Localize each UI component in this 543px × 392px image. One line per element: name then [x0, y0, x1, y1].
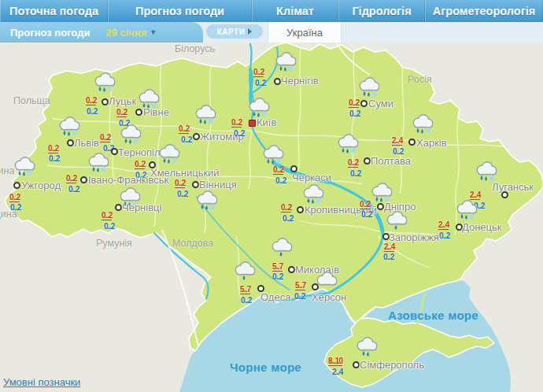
- day-temp: 5..7: [295, 281, 305, 290]
- night-temp: 0..2: [383, 253, 393, 261]
- city-marker[interactable]: [111, 148, 118, 155]
- city-marker[interactable]: [249, 120, 256, 127]
- nav-tab-forecast[interactable]: Прогноз погоди: [108, 0, 252, 22]
- nav-tab-climate[interactable]: Клімат: [252, 0, 338, 22]
- weather-icon-rain-1: [270, 236, 294, 261]
- forecast-section-tab: Прогноз погоди 29 січня ▼: [0, 22, 203, 43]
- night-temp: 0..2: [119, 119, 129, 128]
- night-temp: 0..2: [349, 109, 360, 118]
- city-marker[interactable]: [67, 139, 74, 146]
- day-temp: 0..2: [86, 96, 96, 105]
- day-temp: 0..2: [135, 160, 145, 169]
- day-temp: 0..2: [66, 174, 76, 183]
- city-label[interactable]: Івано-Франківськ: [88, 174, 168, 186]
- country-label: Словаччина: [0, 165, 14, 176]
- city-marker[interactable]: [274, 78, 281, 85]
- legend-link[interactable]: Умовні позначки: [3, 376, 80, 388]
- night-temp: 0..2: [272, 272, 283, 281]
- day-temp: 0..2: [281, 203, 291, 213]
- city-marker[interactable]: [193, 133, 200, 140]
- city-label[interactable]: Дніпро: [384, 201, 416, 213]
- sub-navigation: Прогноз погоди 29 січня ▼ КАРТИ Україна: [0, 22, 543, 43]
- city-marker[interactable]: [377, 203, 384, 210]
- maps-button[interactable]: КАРТИ: [206, 24, 263, 39]
- city-label[interactable]: Сімферополь: [360, 359, 424, 371]
- day-temp: 0..2: [273, 165, 283, 175]
- night-temp: 0..2: [234, 129, 244, 138]
- day-temp: 0..2: [179, 124, 189, 134]
- weather-icon-rain-2: [355, 335, 379, 361]
- night-temp: 0..2: [474, 202, 484, 210]
- day-temp: 2..4: [438, 220, 449, 230]
- night-temp: 0..2: [361, 210, 371, 219]
- day-temp: 0..2: [231, 118, 242, 128]
- country-label: Білорусь: [175, 43, 215, 54]
- chevron-down-icon[interactable]: ▼: [150, 28, 157, 36]
- weather-icon-rain-1: [233, 260, 257, 285]
- night-temp: 2..4: [332, 368, 342, 376]
- nav-tab-agrometeorology[interactable]: Агрометеорологія: [425, 0, 543, 22]
- city-marker[interactable]: [192, 181, 199, 188]
- city-label[interactable]: Миколаїв: [295, 264, 339, 276]
- day-temp: 5..7: [272, 262, 283, 272]
- weather-icon-rain-snow: [336, 132, 360, 157]
- city-label[interactable]: Харків: [416, 137, 447, 149]
- city-label[interactable]: Чернівці: [122, 202, 161, 213]
- weather-icon-rain-snow: [13, 155, 37, 180]
- city-label[interactable]: Рівне: [143, 106, 169, 118]
- city-label[interactable]: Донецьк: [462, 221, 502, 233]
- city-marker[interactable]: [364, 157, 371, 165]
- night-temp: 0..2: [68, 185, 79, 194]
- city-marker[interactable]: [312, 283, 319, 290]
- night-temp: 0..2: [181, 135, 191, 144]
- maps-button-label: КАРТИ: [217, 28, 246, 36]
- weather-icon-rain-snow: [93, 71, 117, 96]
- day-temp: 0..2: [100, 133, 110, 142]
- day-temp: 0..2: [253, 68, 264, 77]
- date-selector[interactable]: 29 січня: [105, 27, 146, 39]
- day-temp: 0..2: [348, 158, 358, 168]
- country-label: Росія: [408, 74, 432, 85]
- city-label[interactable]: Запоріжжя: [389, 231, 439, 243]
- country-label: Румунія: [96, 238, 132, 249]
- night-temp: 0..2: [393, 147, 403, 156]
- city-label[interactable]: Луцьк: [109, 95, 136, 107]
- day-temp: 0..2: [349, 98, 359, 108]
- city-label[interactable]: Луганськ: [492, 181, 534, 193]
- city-marker[interactable]: [80, 176, 87, 183]
- city-marker[interactable]: [288, 266, 295, 273]
- night-temp: 0..2: [283, 214, 293, 223]
- city-label[interactable]: Херсон: [312, 291, 346, 303]
- city-marker[interactable]: [102, 98, 109, 105]
- city-marker[interactable]: [13, 182, 20, 189]
- city-marker[interactable]: [297, 206, 304, 213]
- city-label[interactable]: Полтава: [371, 155, 411, 167]
- day-temp: 0..2: [9, 193, 20, 202]
- city-marker[interactable]: [115, 204, 122, 211]
- city-label[interactable]: Київ: [257, 116, 276, 128]
- day-temp: 0..2: [360, 200, 370, 209]
- city-marker[interactable]: [135, 109, 142, 116]
- nav-tab-current-weather[interactable]: Поточна погода: [0, 0, 108, 22]
- city-label[interactable]: Суми: [368, 98, 393, 109]
- city-label[interactable]: Львів: [74, 137, 99, 149]
- city-marker[interactable]: [353, 361, 360, 368]
- city-label[interactable]: Вінниця: [199, 179, 237, 190]
- city-label[interactable]: Одеса: [260, 291, 290, 303]
- arrow-right-icon: [248, 28, 252, 35]
- city-label[interactable]: Тернопіль: [118, 146, 165, 158]
- country-label: Молдова: [172, 238, 213, 249]
- nav-tab-hydrology[interactable]: Гідрологія: [338, 0, 425, 22]
- day-temp: 0..2: [48, 144, 58, 153]
- city-label[interactable]: Черкаси: [292, 172, 331, 183]
- city-marker[interactable]: [360, 100, 368, 107]
- city-label[interactable]: Чернігів: [281, 75, 319, 87]
- city-label[interactable]: Ужгород: [21, 179, 61, 191]
- region-tab-ukraine[interactable]: Україна: [268, 22, 342, 43]
- day-temp: 2..4: [470, 190, 480, 200]
- map-overlay: БілорусьРосіяПольщаСловаччинаУгорщинаРум…: [0, 43, 543, 392]
- city-marker[interactable]: [408, 139, 416, 146]
- night-temp: 0..2: [10, 203, 20, 212]
- night-temp: 0..2: [275, 176, 286, 185]
- day-temp: 5..7: [240, 285, 250, 294]
